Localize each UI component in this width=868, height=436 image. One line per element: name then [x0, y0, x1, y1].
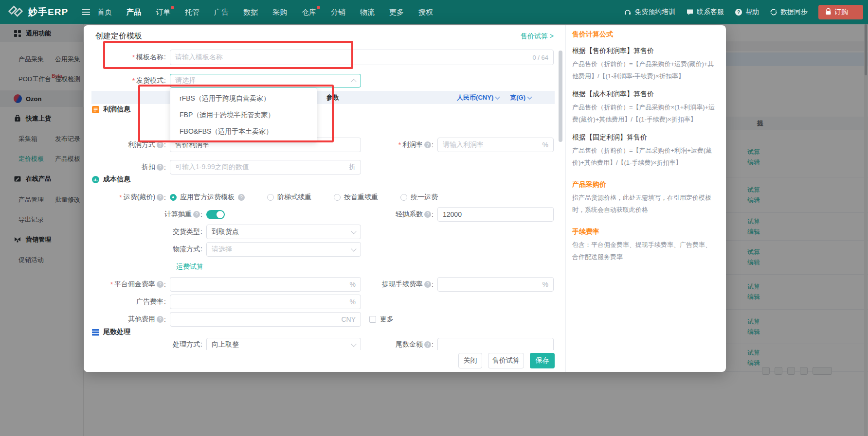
chat-icon [686, 8, 694, 16]
chevron-down-icon [351, 246, 356, 251]
weight-unit-selector[interactable]: 克(G) [510, 93, 531, 102]
chevron-down-icon [527, 94, 532, 99]
tail-section-header: 尾数处理 [91, 328, 130, 336]
ad-rate-label: 广告费率 [84, 295, 166, 309]
help-icon[interactable]: ? [238, 194, 245, 201]
create-pricing-template-modal: 创建定价模板 售价试算 > 模板名称 请输入模板名称 0 / 64 发货模式 请… [84, 25, 726, 372]
nav-item-3[interactable]: 订单 [156, 8, 170, 17]
hamburger-menu-icon[interactable] [82, 9, 90, 16]
save-button[interactable]: 保存 [530, 353, 555, 368]
nav-item-2[interactable]: 产品 [127, 8, 141, 17]
help-icon[interactable]: ? [424, 341, 431, 348]
ad-rate-input[interactable]: % [170, 295, 361, 309]
delivery-type-select[interactable]: 到取货点 [206, 225, 361, 239]
price-trial-link[interactable]: 售价试算 > [521, 32, 554, 41]
delivery-type-label: 交货类型 [84, 225, 202, 239]
freight-option-1[interactable]: 应用官方运费模板? [170, 193, 245, 202]
chevron-down-icon [351, 228, 356, 234]
chevron-up-icon [351, 79, 356, 84]
nav-item-10[interactable]: 物流 [360, 8, 375, 17]
form-scrollbar[interactable] [559, 47, 562, 348]
notification-dot [171, 6, 174, 9]
cost-chart-icon [91, 175, 100, 184]
logistics-mode-label: 物流方式 [84, 242, 202, 257]
nav-item-11[interactable]: 更多 [389, 8, 404, 17]
more-checkbox-row: 更多 [369, 312, 394, 327]
commission-rate-label: 平台佣金费率?: [84, 277, 166, 292]
withdraw-fee-rate-input[interactable]: % [437, 277, 554, 292]
main-menu: 首页产品订单托管广告数据采购仓库分销物流更多授权 [97, 8, 433, 17]
freight-option-3[interactable]: 按首重续重 [334, 193, 378, 202]
nav-item-7[interactable]: 采购 [272, 8, 287, 17]
char-counter: 0 / 64 [529, 54, 548, 61]
radio-icon [267, 194, 274, 201]
profit-rate-input[interactable]: 请输入利润率 % [437, 138, 554, 152]
nav-item-8[interactable]: 仓库 [302, 8, 316, 17]
nav-item-6[interactable]: 数据 [243, 8, 258, 17]
help-icon[interactable]: ? [157, 164, 163, 171]
help-icon[interactable]: ? [157, 194, 163, 201]
logistics-mode-select[interactable]: 请选择 [206, 242, 361, 257]
formula-subtitle-1: 根据【售价利润率】算售价 [572, 47, 718, 55]
svg-text:?: ? [737, 10, 740, 15]
profit-doc-icon [91, 105, 100, 114]
formula-body-3: 产品售价（折前价）=【产品采购价+利润+运费(藏价)+其他费用】/【(1-手续费… [572, 144, 717, 169]
nav-utility-sync[interactable]: 数据同步 [770, 8, 808, 17]
currency-selector[interactable]: 人民币(CNY) [457, 93, 499, 102]
footer-price-trial-button[interactable]: 售价试算 [488, 353, 524, 368]
nav-item-4[interactable]: 托管 [185, 8, 199, 17]
throw-weight-toggle[interactable] [206, 210, 225, 219]
freight-trial-link[interactable]: 运费试算 [176, 262, 203, 271]
subscribe-button[interactable]: 订购 [818, 5, 863, 19]
freight-label: 运费(藏价)?: [84, 192, 166, 202]
profit-rate-label: 利润率?: [327, 138, 434, 152]
tail-amount-label: 尾数金额?: [327, 338, 434, 351]
nav-item-12[interactable]: 授权 [418, 8, 433, 17]
help-icon[interactable]: ? [424, 141, 431, 148]
nav-utility-chat[interactable]: 联系客服 [686, 8, 724, 17]
more-checkbox[interactable] [369, 316, 376, 323]
headset-icon [624, 8, 632, 16]
formula-subtitle-2: 根据【成本利润率】算售价 [572, 90, 718, 99]
sync-icon [770, 8, 778, 16]
annotation-box-shipping-dropdown [138, 85, 334, 142]
freight-option-2[interactable]: 阶梯式续重 [267, 193, 311, 202]
discount-input[interactable]: 可输入1-9.99之间的数值 折 [170, 160, 361, 174]
nav-item-5[interactable]: 广告 [214, 8, 229, 17]
cost-section-header: 成本信息 [91, 175, 130, 184]
light-throw-factor-input[interactable]: 12000 [437, 207, 554, 222]
nav-item-1[interactable]: 首页 [97, 8, 112, 17]
help-icon[interactable]: ? [424, 211, 431, 218]
nav-utility-headset[interactable]: 免费预约培训 [624, 8, 675, 17]
throw-weight-label: 计算抛重?: [84, 207, 202, 222]
top-navbar: 妙手ERP 首页产品订单托管广告数据采购仓库分销物流更多授权 免费预约培训联系客… [0, 0, 868, 24]
discount-label: 折扣?: [84, 160, 166, 174]
help-icon[interactable]: ? [157, 141, 163, 148]
modal-title: 创建定价模板 [95, 31, 142, 41]
app-title: 妙手ERP [28, 6, 68, 18]
app-logo: 妙手ERP [0, 5, 82, 19]
navbar-utilities: 免费预约培训联系客服?帮助数据同步 订购 [624, 5, 868, 19]
note-title-2: 手续费率 [572, 227, 718, 236]
lock-icon [825, 8, 832, 17]
light-throw-factor-label: 轻抛系数?: [327, 207, 434, 222]
nav-item-9[interactable]: 分销 [331, 8, 345, 17]
withdraw-fee-rate-label: 提现手续费率?: [327, 277, 434, 292]
close-button[interactable]: 关闭 [458, 353, 482, 368]
nav-utility-question[interactable]: ?帮助 [735, 8, 759, 17]
help-icon[interactable]: ? [424, 281, 431, 288]
note-body-2: 包含：平台佣金费率、提现手续费率、广告费率、合作配送服务费率 [572, 239, 717, 263]
other-fee-input[interactable]: CNY [170, 312, 361, 327]
help-icon[interactable]: ? [157, 281, 163, 288]
help-icon[interactable]: ? [193, 211, 200, 218]
handle-mode-label: 处理方式 [84, 338, 202, 351]
question-icon: ? [735, 8, 742, 16]
formula-body-2: 产品售价（折前价）=【产品采购价×(1+利润率)+运费(藏价)+其他费用】/【(… [572, 101, 717, 125]
note-title-1: 产品采购价 [572, 180, 718, 189]
freight-radio-group: 应用官方运费模板?阶梯式续重按首重续重统一运费 [170, 192, 438, 202]
formula-panel-title: 售价计算公式 [572, 30, 718, 39]
freight-option-4[interactable]: 统一运费 [400, 193, 438, 202]
formula-subtitle-3: 根据【固定利润】算售价 [572, 133, 718, 142]
help-icon[interactable]: ? [157, 316, 163, 323]
other-fee-label: 其他费用?: [84, 312, 166, 327]
